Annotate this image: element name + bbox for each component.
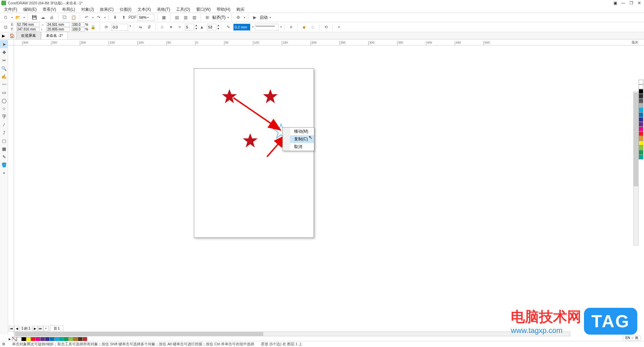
caret-icon[interactable]: ▾ — [252, 25, 254, 28]
crop-tool[interactable]: ✂ — [0, 56, 8, 64]
caret-icon[interactable]: ▾ — [11, 16, 13, 19]
color-swatch[interactable] — [639, 108, 643, 113]
caret-icon[interactable]: ▾ — [244, 16, 245, 19]
color-swatch[interactable] — [54, 337, 59, 341]
color-swatch[interactable] — [639, 145, 643, 150]
pdf-button[interactable]: PDF — [129, 14, 136, 21]
ellipse-tool[interactable]: ◯ — [0, 96, 8, 105]
tab-document-1[interactable]: 未命名 -1* — [41, 32, 68, 39]
color-swatch[interactable] — [26, 337, 31, 341]
caret-icon[interactable]: ▾ — [270, 16, 271, 19]
new-doc-button[interactable]: 🗋 — [2, 14, 9, 21]
launch-icon[interactable]: ▶ — [251, 14, 258, 21]
menu-layout[interactable]: 布局(L) — [59, 6, 78, 13]
spinner-icon[interactable]: ▴▾ — [218, 24, 219, 30]
redo-button[interactable]: ↷ — [95, 14, 102, 21]
color-swatch[interactable] — [78, 337, 83, 341]
export-button[interactable]: ⬆ — [120, 14, 127, 21]
to-front-button[interactable]: ◆ — [301, 23, 308, 31]
fill-tool[interactable]: 🪣 — [0, 161, 8, 169]
caret-icon[interactable]: ▾ — [23, 16, 25, 19]
mirror-v-button[interactable]: ⇵ — [146, 23, 153, 31]
caret-icon[interactable]: ▾ — [280, 25, 282, 28]
color-swatch[interactable] — [31, 337, 36, 341]
rotation-input[interactable] — [111, 24, 128, 30]
color-swatch[interactable] — [68, 337, 73, 341]
convert-curves-button[interactable]: ⟲ — [322, 23, 330, 31]
color-swatch[interactable] — [639, 117, 643, 122]
color-swatch[interactable] — [59, 337, 64, 341]
close-button[interactable]: ✕ — [636, 1, 643, 5]
ruler-corner[interactable] — [8, 40, 14, 46]
context-menu-cancel[interactable]: 取消 — [283, 143, 314, 151]
color-swatch[interactable] — [83, 337, 87, 341]
caret-icon[interactable]: ▾ — [92, 16, 94, 19]
color-swatch[interactable] — [639, 150, 643, 155]
drop-shadow-tool[interactable]: ▢ — [0, 137, 8, 145]
color-swatch[interactable] — [639, 155, 643, 159]
horizontal-scrollbar[interactable] — [14, 332, 570, 336]
connector-tool[interactable]: ⤴ — [0, 129, 8, 137]
vertical-scrollbar[interactable] — [633, 91, 639, 246]
artistic-media-tool[interactable]: 〰 — [0, 80, 8, 88]
canvas[interactable]: 移动(M) 复制(C) 取消 ↖ — [14, 46, 644, 334]
color-swatch[interactable] — [639, 127, 643, 131]
height-input[interactable] — [46, 27, 70, 31]
menu-edit[interactable]: 编辑(E) — [20, 6, 39, 13]
spinner-icon[interactable]: ▴▾ — [196, 24, 197, 30]
copy-button[interactable]: ⿻ — [61, 14, 68, 21]
help-icon[interactable]: ▣ — [612, 1, 619, 5]
color-swatch[interactable] — [639, 94, 643, 98]
vertical-ruler[interactable] — [8, 46, 14, 334]
menu-tools[interactable]: 工具(O) — [173, 6, 193, 13]
maximize-button[interactable]: ❐ — [628, 1, 635, 5]
color-swatch[interactable] — [73, 337, 78, 341]
color-swatch[interactable] — [40, 337, 45, 341]
eyedropper-tool[interactable]: ✎ — [0, 153, 8, 161]
menu-text[interactable]: 文本(X) — [135, 6, 154, 13]
complex-star-icon[interactable]: ✦ — [167, 23, 175, 31]
caret-icon[interactable]: ▾ — [104, 16, 106, 19]
shape-tool[interactable]: ✥ — [0, 48, 8, 56]
x-input[interactable] — [16, 22, 40, 27]
minimize-button[interactable]: — — [620, 1, 627, 5]
menu-table[interactable]: 表格(T) — [154, 6, 173, 13]
color-swatch[interactable] — [45, 337, 50, 341]
launch-label[interactable]: 启动 — [260, 15, 268, 20]
zoom-tool[interactable]: 🔍 — [0, 64, 8, 72]
menu-window[interactable]: 窗口(W) — [194, 6, 213, 13]
width-input[interactable] — [46, 22, 70, 27]
color-swatch[interactable] — [64, 337, 68, 341]
color-swatch[interactable] — [639, 89, 643, 94]
tab-welcome[interactable]: 欢迎屏幕 — [16, 32, 41, 39]
scale-x-input[interactable] — [71, 22, 85, 27]
save-button[interactable]: 💾 — [31, 14, 38, 21]
menu-view[interactable]: 查看(V) — [40, 6, 59, 13]
undo-button[interactable]: ↶ — [83, 14, 90, 21]
pick-tool[interactable]: ➤ — [0, 40, 8, 48]
freehand-tool[interactable]: ✍ — [0, 72, 8, 80]
menu-object[interactable]: 对象(J) — [78, 6, 97, 13]
scale-y-input[interactable] — [71, 27, 85, 31]
snap-toggle-button[interactable]: ▨ — [191, 14, 198, 21]
open-button[interactable]: 📂 — [14, 14, 21, 21]
page-add-button[interactable]: + — [43, 326, 49, 331]
lock-ratio-button[interactable]: 🔒 — [90, 23, 97, 31]
menu-file[interactable]: 文件(F) — [1, 6, 20, 13]
y-input[interactable] — [16, 27, 40, 31]
object-origin-icon[interactable]: ⊡ — [2, 23, 9, 31]
outline-width-input[interactable] — [233, 24, 250, 30]
polygon-tool[interactable]: ☆ — [0, 105, 8, 113]
menu-effects[interactable]: 效果(C) — [97, 6, 116, 13]
points-input[interactable] — [185, 24, 194, 30]
to-back-button[interactable]: ◇ — [309, 23, 317, 31]
no-fill-swatch[interactable] — [12, 337, 17, 341]
fullscreen-button[interactable]: ▦ — [160, 14, 167, 21]
guides-button[interactable]: ▥ — [182, 14, 189, 21]
snap-label[interactable]: 贴齐(T) — [212, 15, 225, 20]
color-swatch[interactable] — [639, 136, 643, 141]
sharpness-input[interactable] — [207, 24, 216, 30]
grid-button[interactable]: ▤ — [173, 14, 180, 21]
menu-buy[interactable]: 购买 — [234, 6, 247, 13]
color-swatch[interactable] — [639, 113, 643, 117]
